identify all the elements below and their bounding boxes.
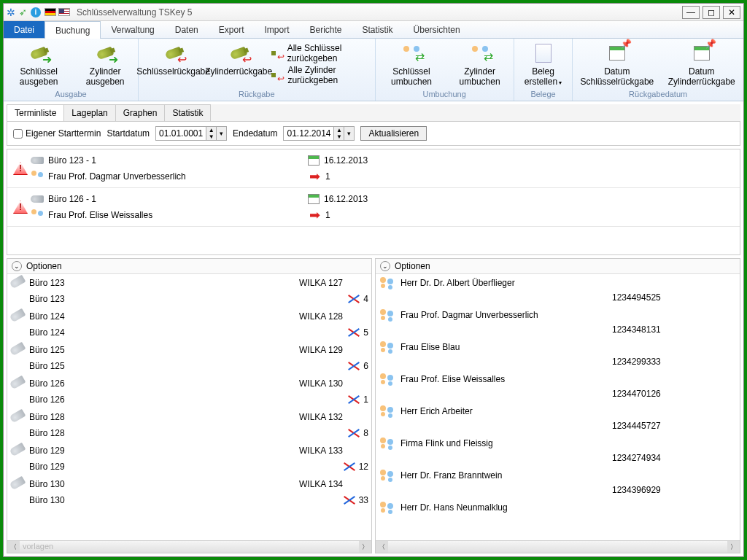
avatar-icon: [379, 438, 395, 452]
key-icon: [31, 157, 44, 164]
person-row[interactable]: Herr Dr. Franz Branntwein 1234396929: [376, 467, 740, 499]
key-room-dup: Büro 128: [29, 428, 347, 438]
flag-de-icon[interactable]: [44, 8, 56, 16]
menu-import[interactable]: Import: [254, 21, 299, 38]
avatar-icon: [379, 309, 395, 324]
person-row[interactable]: Frau Prof. Elise Weissalles 1234470126: [376, 370, 740, 402]
key-row[interactable]: Büro 124WILKA 128 Büro 1245: [7, 308, 371, 341]
person-number: 1234274934: [612, 453, 661, 463]
beleg-erstellen-button[interactable]: Beleg erstellen▾: [516, 40, 571, 89]
keys-hscroll[interactable]: 〈vorlagen〉: [7, 540, 371, 553]
menu-daten[interactable]: Daten: [165, 21, 209, 38]
key-row[interactable]: Büro 125WILKA 129 Büro 1256: [7, 341, 371, 375]
minimize-button[interactable]: —: [682, 6, 700, 19]
persons-list[interactable]: Herr Dr. Dr. Albert Überflieger 12344945…: [376, 274, 740, 540]
tab-graphen[interactable]: Graphen: [115, 104, 166, 121]
person-number: 1234494525: [612, 292, 661, 303]
key-room-dup: Büro 126: [29, 394, 347, 405]
person-name: Herr Dr. Hans Neunmalklug: [400, 502, 508, 513]
appointment-room: Büro 126 - 1: [48, 194, 96, 204]
menu-buchung[interactable]: Buchung: [44, 21, 101, 39]
group-belege-label: Belege: [516, 89, 571, 99]
key-icon: [9, 376, 26, 390]
appointment-row[interactable]: ! Büro 123 - 1 Frau Prof. Dagmar Unverbe…: [7, 149, 740, 188]
key-count: 8: [363, 428, 368, 438]
tab-terminliste[interactable]: Terminliste: [7, 104, 64, 121]
keys-list[interactable]: Büro 123WILKA 127 Büro 1234 Büro 124WILK…: [7, 274, 371, 540]
appointment-row[interactable]: ! Büro 126 - 1 Frau Prof. Elise Weissall…: [7, 188, 740, 227]
collapse-keys-icon[interactable]: ⌄: [12, 261, 22, 271]
key-room: Büro 124: [29, 311, 299, 322]
alle-schluessel-zurueckgeben-button[interactable]: ↩Alle Schlüssel zurückgeben: [274, 43, 370, 63]
menu-berichte[interactable]: Berichte: [300, 21, 352, 38]
key-row[interactable]: Büro 128WILKA 132 Büro 1288: [7, 408, 371, 442]
key-row[interactable]: Büro 123WILKA 127 Büro 1234: [7, 274, 371, 308]
person-name: Frau Elise Blau: [400, 342, 460, 352]
menu-uebersichten[interactable]: Übersichten: [403, 21, 471, 38]
persons-options-label: Optionen: [395, 261, 430, 271]
person-row[interactable]: Frau Elise Blau 1234299333: [376, 338, 740, 370]
person-row[interactable]: Herr Dr. Dr. Albert Überflieger 12344945…: [376, 274, 740, 306]
person-row[interactable]: Herr Erich Arbeiter 1234445727: [376, 402, 740, 435]
zylinder-umbuchen-button[interactable]: ⇄Zylinder umbuchen: [447, 40, 511, 89]
menu-statistik[interactable]: Statistik: [352, 21, 403, 38]
arrow-right-icon: ➡: [308, 170, 321, 183]
arrow-right-icon: ➡: [308, 209, 321, 222]
alle-zylinder-zurueckgeben-button[interactable]: ↩Alle Zylinder zurückgeben: [274, 65, 370, 85]
key-row[interactable]: Büro 129WILKA 133 Büro 12912: [7, 442, 371, 475]
group-ausgabe-label: Ausgabe: [5, 89, 136, 99]
avatar-icon: [379, 341, 395, 356]
key-row[interactable]: Büro 126WILKA 130 Büro 1261: [7, 375, 371, 408]
endedatum-input[interactable]: ▲▼▾: [283, 126, 355, 141]
person-name: Frau Prof. Dagmar Unverbesserlich: [400, 310, 538, 320]
menu-export[interactable]: Export: [209, 21, 255, 38]
close-button[interactable]: ✕: [723, 6, 740, 19]
person-row[interactable]: Firma Flink und Fleissig 1234274934: [376, 435, 740, 467]
menu-datei[interactable]: Datei: [4, 21, 44, 38]
schluesselrueckgabe-button[interactable]: ↩Schlüsselrückgabe: [140, 40, 206, 78]
crossed-keys-icon: [347, 294, 360, 304]
calendar-icon: [308, 155, 320, 166]
schluessel-ausgeben-button[interactable]: ➜Schlüssel ausgeben: [5, 40, 72, 89]
key-room: Büro 130: [29, 479, 299, 489]
maximize-button[interactable]: ◻: [703, 6, 720, 19]
key-room: Büro 128: [29, 412, 299, 422]
flag-us-icon[interactable]: [58, 8, 70, 16]
arrow-icon[interactable]: ➶: [19, 7, 27, 18]
key-room-dup: Büro 129: [29, 462, 343, 472]
crossed-keys-icon: [343, 495, 356, 505]
keys-options-label: Optionen: [26, 261, 62, 271]
warning-icon: !: [13, 162, 28, 175]
tab-statistik[interactable]: Statistik: [164, 104, 211, 121]
tab-lageplan[interactable]: Lageplan: [63, 104, 115, 121]
aktualisieren-button[interactable]: Aktualisieren: [360, 126, 427, 141]
key-row[interactable]: Büro 130WILKA 134 Büro 13033: [7, 475, 371, 509]
person-row[interactable]: Herr Dr. Hans Neunmalklug: [376, 499, 740, 531]
person-number: 1234348131: [612, 324, 661, 335]
person-row[interactable]: Frau Prof. Dagmar Unverbesserlich 123434…: [376, 306, 740, 338]
avatar-icon: [379, 405, 395, 420]
info-icon[interactable]: i: [31, 7, 41, 18]
startdatum-input[interactable]: ▲▼▾: [155, 126, 227, 141]
endedatum-label: Endedatum: [233, 128, 277, 139]
datum-schluesselrueckgabe-button[interactable]: 📌Datum Schlüsselrückgabe: [574, 40, 659, 89]
crossed-keys-icon: [347, 361, 360, 371]
datum-zylinderrueckgabe-button[interactable]: 📌Datum Zylinderrückgabe: [661, 40, 742, 89]
person-name: Frau Prof. Elise Weissalles: [400, 374, 505, 384]
zylinder-ausgeben-button[interactable]: ➜Zylinder ausgeben: [74, 40, 136, 89]
collapse-persons-icon[interactable]: ⌄: [380, 261, 390, 271]
zylinderrueckgabe-button[interactable]: ↩Zylinderrückgabe: [208, 40, 269, 78]
avatar-icon: [379, 470, 395, 484]
menu-verwaltung[interactable]: Verwaltung: [101, 21, 164, 38]
filter-bar: Eigener Starttermin Startdatum ▲▼▾ Ended…: [7, 122, 740, 146]
gear-icon[interactable]: ✲: [7, 7, 15, 18]
key-wilka: WILKA 134: [299, 479, 368, 489]
appointment-room: Büro 123 - 1: [48, 155, 96, 166]
key-count: 4: [363, 294, 368, 304]
schluessel-umbuchen-button[interactable]: ⇄Schlüssel umbuchen: [377, 40, 446, 89]
persons-hscroll[interactable]: 〈〉: [376, 540, 740, 553]
key-wilka: WILKA 130: [299, 378, 368, 389]
appointment-count: 1: [325, 171, 330, 182]
menubar: Datei Buchung Verwaltung Daten Export Im…: [4, 21, 743, 39]
eigener-starttermin-checkbox[interactable]: Eigener Starttermin: [13, 128, 101, 139]
